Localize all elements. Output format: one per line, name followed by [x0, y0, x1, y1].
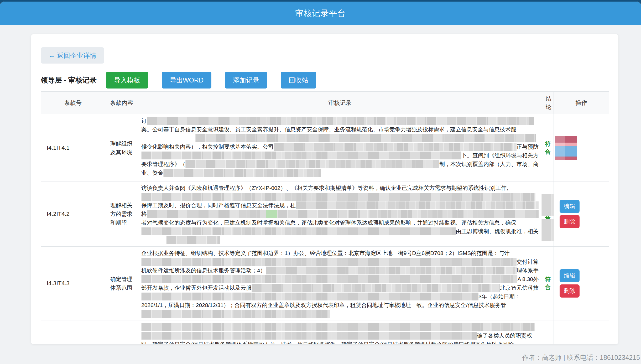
record-text: 确了各类人员的职责权: [477, 332, 532, 339]
record-line: 由王思博编制、魏俊凯批准，相关: [141, 227, 539, 236]
clause-number-cell: I4.3IT4.3: [41, 247, 105, 320]
record-line: 访谈负责人并查阅《风险和机遇管理程序》（ZYX-IP-002）、《相关方要求和期…: [141, 184, 539, 192]
record-line: [141, 323, 539, 331]
add-record-button[interactable]: 添加记录: [225, 72, 267, 89]
toolbar: 领导层 - 审核记录 导入模板 导出WORD 添加记录 回收站: [41, 71, 330, 89]
record-text: 由王思博编制、魏俊凯批准，相关: [456, 228, 539, 235]
redaction-block: [163, 169, 321, 177]
header-conclusion: 结论: [542, 92, 554, 114]
record-line: [141, 236, 539, 244]
import-template-button[interactable]: 导入模板: [106, 72, 148, 89]
edit-button[interactable]: 编辑: [560, 269, 580, 282]
record-text: 案。公司基于自身信息安全意识建设、员工安全素养提升、信息资产安全保障、业务流程规…: [141, 126, 516, 133]
audit-record-cell: 确了各类人员的职责权限，确定了信息安全/信息技术服务管理体系所需的人员、技术、信…: [138, 320, 542, 345]
table-row: I4.3IT4.3确定管理体系范围企业根据业务特征、组织结构、技术等定义了范围和…: [41, 247, 609, 320]
record-line: [141, 192, 539, 201]
record-text: 3年（起始日期：: [478, 293, 520, 300]
content-card: ← 返回企业详情 领导层 - 审核记录 导入模板 导出WORD 添加记录 回收站…: [31, 34, 618, 344]
record-text: 限，确定了信息安全/信息技术服务管理体系所需的人员、技术、信息和财务资源，确定了…: [141, 341, 514, 345]
record-line: 卜。查阅到《组织环境与相关方: [141, 151, 539, 160]
redaction-block: [166, 236, 220, 244]
conclusion-cell: 符合: [542, 114, 554, 181]
record-line: 限，确定了信息安全/信息技术服务管理体系所需的人员、技术、信息和财务资源，确定了…: [141, 340, 539, 344]
actions-cell: 编辑删除: [554, 181, 609, 247]
redaction-block: [541, 219, 554, 241]
record-line: 要求管理程序》（制，本次识别覆盖内部（人力、市场、商: [141, 160, 539, 168]
record-text: 格: [141, 210, 147, 218]
header-actions: 操作: [554, 92, 609, 114]
record-text: 要求管理程序》（: [141, 160, 185, 168]
audit-record-cell: 企业根据业务特征、组织结构、技术等定义了范围和边界：1）办公、经营地理位置：北京…: [138, 247, 542, 320]
record-line: 格: [141, 210, 539, 218]
delete-button[interactable]: 删除: [560, 215, 580, 228]
action-buttons: 编辑删除: [554, 199, 609, 229]
record-line: 案。公司基于自身信息安全意识建设、员工安全素养提升、信息资产安全保障、业务流程规…: [141, 125, 539, 134]
action-buttons: 编辑删除: [554, 268, 609, 299]
redaction-block: [141, 227, 456, 235]
record-text: 部开发条款，企业暂无外包开发活动以及云服: [141, 284, 252, 292]
redaction-block: [147, 210, 266, 218]
table-row: 确了各类人员的职责权限，确定了信息安全/信息技术服务管理体系所需的人员、技术、信…: [41, 320, 609, 345]
header-clause-no: 条款号: [41, 92, 105, 114]
record-line: [141, 134, 539, 142]
redaction-block: [266, 267, 517, 274]
record-line: 候变化影响相关内容），相关控制要求基本落实。公司正与预防: [141, 142, 539, 151]
clause-content-cell: 理解组织及其环境: [105, 114, 138, 181]
record-text: 业、资金: [141, 169, 163, 176]
table-header-row: 条款号 条款内容 审核记录 结论 操作: [41, 92, 609, 114]
redaction-block: [141, 193, 535, 201]
redaction-block: [185, 160, 439, 168]
conclusion-cell: 符合: [542, 181, 554, 247]
record-line: 业、资金: [141, 168, 539, 177]
redaction-block: [141, 258, 517, 266]
redaction-block: [147, 117, 534, 125]
record-line: 交付计算: [141, 257, 539, 266]
record-line: 确了各类人员的职责权: [141, 331, 539, 340]
redaction-block: [141, 275, 517, 283]
record-line: 企业根据业务特征、组织结构、技术等定义了范围和边界：1）办公、经营地理位置：北京…: [141, 249, 539, 257]
header-audit-record: 审核记录: [138, 92, 542, 114]
clause-content-cell: 理解相关方的需求和期望: [105, 181, 138, 247]
record-text: 理体系手: [517, 267, 539, 274]
clause-number-cell: [41, 320, 105, 345]
conclusion-cell: [542, 320, 554, 345]
redaction-block: [141, 293, 478, 300]
redacted-action-buttons: [555, 136, 577, 160]
redaction-block: [541, 194, 554, 216]
record-text: 正与预防: [517, 143, 539, 150]
export-word-button[interactable]: 导出WORD: [162, 72, 211, 89]
page: 审核记录平台 ← 返回企业详情 领导层 - 审核记录 导入模板 导出WORD 添…: [0, 2, 641, 364]
clause-number-cell: I4.1IT4.1: [41, 114, 105, 181]
redaction-block: [141, 323, 535, 331]
redaction-block: [274, 143, 517, 151]
record-text: 卜。查阅到《组织环境与相关方: [461, 152, 539, 159]
audit-record-cell: 访谈负责人并查阅《风险和机遇管理程序》（ZYX-IP-002）、《相关方要求和期…: [138, 181, 542, 247]
record-line: 2026/1/1，届满日期：2028/12/31）；合同有双方的企业盖章以及双方…: [141, 301, 539, 309]
record-line: A 8.30外: [141, 275, 539, 283]
table-row: I4.1IT4.1理解组织及其环境订案。公司基于自身信息安全意识建设、员工安全素…: [41, 114, 609, 181]
redaction-block: [141, 332, 477, 340]
redaction-block: [277, 210, 539, 218]
actions-cell: [554, 114, 609, 181]
recycle-bin-button[interactable]: 回收站: [281, 72, 316, 89]
audit-record-cell: 订案。公司基于自身信息安全意识建设、员工安全素养提升、信息资产安全保障、业务流程…: [138, 114, 542, 181]
redaction-block: [141, 310, 330, 318]
record-text: 者对气候变化的态度与行为变化，已建立机制及时掌握相关信息，评估此类变化对管理体系…: [141, 219, 516, 226]
record-line: 订: [141, 116, 539, 125]
record-text: 访谈负责人并查阅《风险和机遇管理程序》（ZYX-IP-002）、《相关方要求和期…: [141, 184, 512, 192]
redaction-block: [141, 152, 461, 159]
clause-content-cell: [105, 320, 138, 345]
redaction-block: [195, 134, 536, 142]
edit-button[interactable]: 编辑: [560, 200, 580, 213]
record-line: 机软硬件运维所涉及的信息技术服务管理活动；4）理体系手: [141, 266, 539, 275]
redaction-block-green: [266, 210, 277, 218]
redaction-block: [252, 284, 500, 292]
record-text: 北京智元信科技: [500, 284, 539, 292]
back-to-enterprise-button[interactable]: ← 返回企业详情: [41, 47, 104, 64]
record-text: 交付计算: [517, 258, 539, 266]
table-row: I4.2IT4.2理解相关方的需求和期望访谈负责人并查阅《风险和机遇管理程序》（…: [41, 181, 609, 247]
conclusion-cell: 符合: [542, 247, 554, 320]
record-line: [141, 309, 539, 318]
record-line: 部开发条款，企业暂无外包开发活动以及云服北京智元信科技: [141, 283, 539, 292]
delete-button[interactable]: 删除: [560, 284, 580, 298]
